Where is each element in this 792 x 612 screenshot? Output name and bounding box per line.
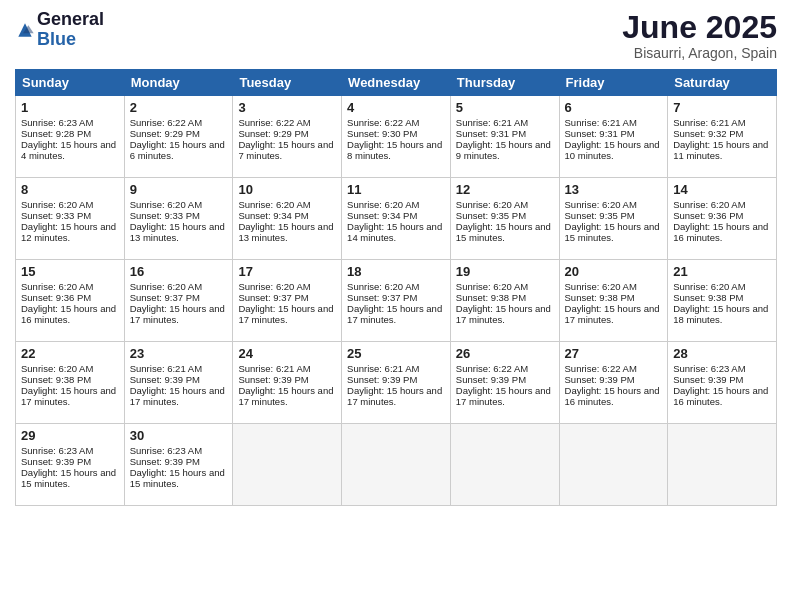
day-cell — [342, 424, 451, 506]
sunrise-text: Sunrise: 6:20 AM — [238, 199, 310, 210]
day-number: 20 — [565, 264, 663, 279]
sunrise-text: Sunrise: 6:20 AM — [21, 363, 93, 374]
sunset-text: Sunset: 9:33 PM — [130, 210, 200, 221]
header: General Blue June 2025 Bisaurri, Aragon,… — [15, 10, 777, 61]
daylight-text: Daylight: 15 hours and 9 minutes. — [456, 139, 551, 161]
day-cell: 5Sunrise: 6:21 AMSunset: 9:31 PMDaylight… — [450, 96, 559, 178]
sunset-text: Sunset: 9:38 PM — [565, 292, 635, 303]
day-cell — [450, 424, 559, 506]
sunrise-text: Sunrise: 6:20 AM — [130, 199, 202, 210]
daylight-text: Daylight: 15 hours and 16 minutes. — [21, 303, 116, 325]
day-cell: 16Sunrise: 6:20 AMSunset: 9:37 PMDayligh… — [124, 260, 233, 342]
day-cell: 18Sunrise: 6:20 AMSunset: 9:37 PMDayligh… — [342, 260, 451, 342]
day-cell — [233, 424, 342, 506]
sunrise-text: Sunrise: 6:21 AM — [456, 117, 528, 128]
sunset-text: Sunset: 9:31 PM — [456, 128, 526, 139]
daylight-text: Daylight: 15 hours and 17 minutes. — [130, 385, 225, 407]
day-number: 13 — [565, 182, 663, 197]
daylight-text: Daylight: 15 hours and 17 minutes. — [456, 303, 551, 325]
week-row-1: 1Sunrise: 6:23 AMSunset: 9:28 PMDaylight… — [16, 96, 777, 178]
daylight-text: Daylight: 15 hours and 17 minutes. — [238, 385, 333, 407]
sunrise-text: Sunrise: 6:20 AM — [456, 281, 528, 292]
sunrise-text: Sunrise: 6:20 AM — [347, 199, 419, 210]
sunrise-text: Sunrise: 6:20 AM — [130, 281, 202, 292]
day-cell: 7Sunrise: 6:21 AMSunset: 9:32 PMDaylight… — [668, 96, 777, 178]
sunrise-text: Sunrise: 6:20 AM — [238, 281, 310, 292]
week-row-4: 22Sunrise: 6:20 AMSunset: 9:38 PMDayligh… — [16, 342, 777, 424]
sunrise-text: Sunrise: 6:23 AM — [21, 117, 93, 128]
sunrise-text: Sunrise: 6:20 AM — [456, 199, 528, 210]
daylight-text: Daylight: 15 hours and 17 minutes. — [238, 303, 333, 325]
sunset-text: Sunset: 9:36 PM — [21, 292, 91, 303]
day-cell: 10Sunrise: 6:20 AMSunset: 9:34 PMDayligh… — [233, 178, 342, 260]
sunset-text: Sunset: 9:36 PM — [673, 210, 743, 221]
day-cell: 30Sunrise: 6:23 AMSunset: 9:39 PMDayligh… — [124, 424, 233, 506]
daylight-text: Daylight: 15 hours and 16 minutes. — [673, 221, 768, 243]
sunrise-text: Sunrise: 6:23 AM — [673, 363, 745, 374]
day-cell: 24Sunrise: 6:21 AMSunset: 9:39 PMDayligh… — [233, 342, 342, 424]
day-number: 12 — [456, 182, 554, 197]
day-cell: 22Sunrise: 6:20 AMSunset: 9:38 PMDayligh… — [16, 342, 125, 424]
daylight-text: Daylight: 15 hours and 13 minutes. — [238, 221, 333, 243]
daylight-text: Daylight: 15 hours and 8 minutes. — [347, 139, 442, 161]
sunrise-text: Sunrise: 6:23 AM — [130, 445, 202, 456]
sunset-text: Sunset: 9:39 PM — [673, 374, 743, 385]
day-number: 3 — [238, 100, 336, 115]
daylight-text: Daylight: 15 hours and 4 minutes. — [21, 139, 116, 161]
sunrise-text: Sunrise: 6:20 AM — [21, 199, 93, 210]
sunset-text: Sunset: 9:39 PM — [130, 374, 200, 385]
day-cell: 21Sunrise: 6:20 AMSunset: 9:38 PMDayligh… — [668, 260, 777, 342]
sunset-text: Sunset: 9:39 PM — [565, 374, 635, 385]
location-subtitle: Bisaurri, Aragon, Spain — [622, 45, 777, 61]
week-row-2: 8Sunrise: 6:20 AMSunset: 9:33 PMDaylight… — [16, 178, 777, 260]
day-cell: 9Sunrise: 6:20 AMSunset: 9:33 PMDaylight… — [124, 178, 233, 260]
day-cell: 29Sunrise: 6:23 AMSunset: 9:39 PMDayligh… — [16, 424, 125, 506]
day-cell: 8Sunrise: 6:20 AMSunset: 9:33 PMDaylight… — [16, 178, 125, 260]
day-cell — [668, 424, 777, 506]
day-number: 8 — [21, 182, 119, 197]
day-cell: 27Sunrise: 6:22 AMSunset: 9:39 PMDayligh… — [559, 342, 668, 424]
day-number: 17 — [238, 264, 336, 279]
daylight-text: Daylight: 15 hours and 16 minutes. — [565, 385, 660, 407]
sunrise-text: Sunrise: 6:20 AM — [673, 199, 745, 210]
day-number: 18 — [347, 264, 445, 279]
sunrise-text: Sunrise: 6:22 AM — [130, 117, 202, 128]
day-number: 11 — [347, 182, 445, 197]
day-number: 1 — [21, 100, 119, 115]
col-header-wednesday: Wednesday — [342, 70, 451, 96]
sunrise-text: Sunrise: 6:21 AM — [347, 363, 419, 374]
sunset-text: Sunset: 9:29 PM — [238, 128, 308, 139]
sunrise-text: Sunrise: 6:22 AM — [456, 363, 528, 374]
col-header-sunday: Sunday — [16, 70, 125, 96]
day-number: 5 — [456, 100, 554, 115]
day-number: 25 — [347, 346, 445, 361]
daylight-text: Daylight: 15 hours and 17 minutes. — [130, 303, 225, 325]
sunset-text: Sunset: 9:30 PM — [347, 128, 417, 139]
sunset-text: Sunset: 9:31 PM — [565, 128, 635, 139]
day-cell: 17Sunrise: 6:20 AMSunset: 9:37 PMDayligh… — [233, 260, 342, 342]
day-number: 6 — [565, 100, 663, 115]
day-cell: 3Sunrise: 6:22 AMSunset: 9:29 PMDaylight… — [233, 96, 342, 178]
page: General Blue June 2025 Bisaurri, Aragon,… — [0, 0, 792, 612]
day-number: 29 — [21, 428, 119, 443]
sunrise-text: Sunrise: 6:23 AM — [21, 445, 93, 456]
day-cell: 28Sunrise: 6:23 AMSunset: 9:39 PMDayligh… — [668, 342, 777, 424]
col-header-saturday: Saturday — [668, 70, 777, 96]
sunset-text: Sunset: 9:38 PM — [673, 292, 743, 303]
day-number: 30 — [130, 428, 228, 443]
day-cell: 26Sunrise: 6:22 AMSunset: 9:39 PMDayligh… — [450, 342, 559, 424]
day-number: 28 — [673, 346, 771, 361]
col-header-tuesday: Tuesday — [233, 70, 342, 96]
sunrise-text: Sunrise: 6:20 AM — [21, 281, 93, 292]
day-number: 19 — [456, 264, 554, 279]
day-number: 2 — [130, 100, 228, 115]
sunset-text: Sunset: 9:33 PM — [21, 210, 91, 221]
sunset-text: Sunset: 9:37 PM — [347, 292, 417, 303]
day-cell: 15Sunrise: 6:20 AMSunset: 9:36 PMDayligh… — [16, 260, 125, 342]
day-number: 4 — [347, 100, 445, 115]
day-cell — [559, 424, 668, 506]
sunrise-text: Sunrise: 6:21 AM — [238, 363, 310, 374]
sunset-text: Sunset: 9:29 PM — [130, 128, 200, 139]
daylight-text: Daylight: 15 hours and 7 minutes. — [238, 139, 333, 161]
day-number: 21 — [673, 264, 771, 279]
